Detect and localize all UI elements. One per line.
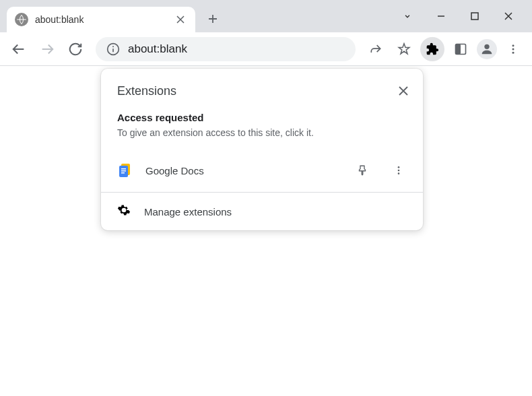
google-docs-icon	[117, 162, 133, 178]
share-icon[interactable]	[364, 37, 388, 61]
svg-point-22	[398, 170, 400, 172]
reload-button[interactable]	[63, 37, 88, 61]
svg-point-15	[512, 51, 514, 53]
profile-avatar[interactable]	[477, 39, 497, 59]
popup-title: Extensions	[117, 84, 176, 98]
svg-point-12	[484, 44, 489, 48]
globe-icon	[15, 13, 28, 26]
manage-extensions-button[interactable]: Manage extensions	[101, 193, 423, 230]
tab-title: about:blank	[35, 14, 167, 25]
url-text: about:blank	[128, 42, 345, 56]
extension-menu-icon[interactable]	[387, 158, 411, 183]
svg-point-14	[512, 48, 514, 50]
back-button[interactable]	[7, 37, 31, 61]
svg-point-13	[512, 44, 514, 46]
extension-name: Google Docs	[145, 165, 338, 176]
site-info-icon[interactable]	[106, 42, 120, 56]
access-requested-description: To give an extension access to this site…	[117, 127, 407, 138]
access-requested-heading: Access requested	[117, 112, 407, 123]
tab-close-button[interactable]	[174, 13, 187, 26]
popup-close-button[interactable]	[393, 81, 413, 101]
browser-toolbar: about:blank	[0, 32, 532, 66]
svg-point-23	[398, 172, 400, 174]
extension-row[interactable]: Google Docs	[101, 149, 423, 192]
side-panel-icon[interactable]	[448, 37, 473, 61]
window-dropdown[interactable]	[391, 3, 424, 30]
svg-rect-5	[471, 13, 478, 20]
window-close[interactable]	[492, 3, 525, 30]
new-tab-button[interactable]	[201, 7, 225, 31]
page-content: Extensions Access requested To give an e…	[0, 66, 532, 396]
extensions-popup: Extensions Access requested To give an e…	[101, 69, 423, 230]
gear-icon	[117, 203, 131, 220]
bookmark-icon[interactable]	[392, 37, 416, 61]
browser-tab[interactable]: about:blank	[7, 7, 195, 32]
svg-rect-20	[121, 172, 125, 174]
window-controls	[391, 0, 532, 32]
manage-extensions-label: Manage extensions	[144, 206, 232, 218]
extensions-icon[interactable]	[420, 37, 444, 61]
svg-point-21	[398, 166, 400, 168]
svg-rect-19	[121, 170, 126, 172]
svg-rect-18	[121, 168, 126, 170]
window-maximize[interactable]	[458, 3, 492, 30]
svg-rect-11	[456, 44, 461, 54]
forward-button[interactable]	[35, 37, 59, 61]
window-minimize[interactable]	[424, 3, 458, 30]
menu-icon[interactable]	[501, 37, 525, 61]
pin-icon[interactable]	[350, 158, 374, 183]
address-bar[interactable]: about:blank	[96, 37, 356, 61]
svg-point-9	[112, 46, 114, 47]
